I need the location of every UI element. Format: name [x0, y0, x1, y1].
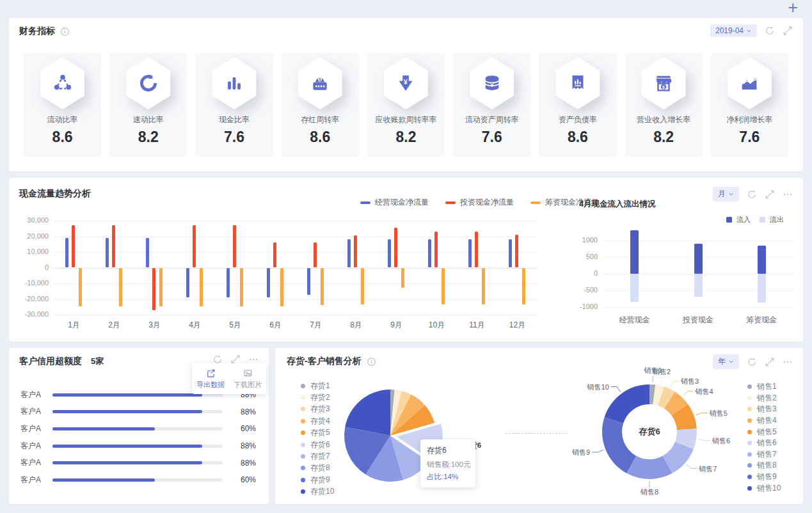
- legend-dot: [747, 463, 752, 468]
- cashflow-bar: [112, 225, 115, 267]
- trend-chart-icon: [724, 57, 774, 109]
- customer-name: 客户A: [20, 390, 47, 400]
- legend-item[interactable]: 经营现金净流量: [360, 197, 429, 208]
- legend-item[interactable]: 销售1: [747, 381, 781, 393]
- legend-item[interactable]: 销售8: [747, 460, 781, 471]
- legend-item[interactable]: 存货1: [301, 380, 334, 391]
- add-widget-button[interactable]: +: [788, 0, 798, 18]
- refresh-icon[interactable]: [747, 357, 757, 367]
- granularity-dropdown[interactable]: 月: [713, 187, 739, 201]
- metric-card: $ 营业收入增长率 8.2: [625, 53, 703, 157]
- donut-callout-label: 销售10: [587, 383, 609, 391]
- cashflow-bar: [240, 268, 243, 306]
- legend-item[interactable]: 存货4: [301, 415, 334, 427]
- more-icon[interactable]: [783, 189, 793, 200]
- legend-item[interactable]: 流出: [760, 215, 784, 225]
- legend-item[interactable]: 销售10: [747, 482, 781, 494]
- refresh-icon[interactable]: [765, 26, 775, 36]
- store-icon: $: [639, 57, 689, 109]
- legend-item[interactable]: 销售7: [747, 449, 781, 461]
- chevron-down-icon: [728, 359, 734, 365]
- metric-value: 8.6: [310, 129, 330, 146]
- legend-item[interactable]: 存货3: [301, 404, 334, 415]
- metric-card: 速动比率 8.2: [109, 53, 187, 157]
- legend-item[interactable]: 销售2: [747, 393, 781, 404]
- inflow-bar: [630, 230, 639, 274]
- legend-dot: [301, 407, 305, 411]
- credit-bar-fill: [52, 393, 202, 397]
- more-icon[interactable]: [783, 357, 793, 367]
- legend-item[interactable]: 销售5: [747, 426, 781, 438]
- legend-item[interactable]: 投资现金净流量: [445, 197, 514, 208]
- legend-item[interactable]: 存货6: [301, 439, 334, 450]
- credit-bar-track: [52, 461, 223, 464]
- cashflow-bar: [280, 268, 283, 306]
- donut-callout-label: 销售4: [695, 388, 713, 395]
- metric-value: 8.6: [52, 129, 73, 146]
- donut-callout-label: 销售7: [698, 465, 717, 473]
- expand-icon[interactable]: [783, 26, 793, 36]
- legend-marker: [726, 217, 732, 223]
- legend-item[interactable]: 存货8: [301, 462, 334, 474]
- credit-bar-fill: [52, 410, 202, 413]
- legend-item[interactable]: 存货2: [301, 391, 334, 403]
- sales-donut-legend: 销售1销售2销售3销售4销售5销售6销售7销售8销售9销售10: [747, 381, 781, 494]
- metric-value: 8.6: [568, 129, 588, 146]
- cashflow-bar: [267, 268, 270, 298]
- svg-text:$: $: [319, 77, 321, 83]
- cashflow-bar: [522, 268, 525, 305]
- svg-text:¥: ¥: [490, 81, 494, 88]
- metric-value: 7.6: [224, 129, 244, 146]
- legend-item[interactable]: 存货7: [301, 450, 334, 462]
- cashflow-bar: [442, 268, 445, 305]
- donut-slice[interactable]: [605, 384, 649, 423]
- legend-dot: [747, 475, 752, 479]
- cashflow-bar: [233, 225, 236, 267]
- inventory-sales-panel: 存货-客户销售分析 年 存货1存货2存货3存货4存货5存货6存货7存货8存货9存…: [275, 348, 803, 504]
- expand-icon[interactable]: [765, 189, 775, 200]
- legend-item[interactable]: 存货5: [301, 427, 334, 439]
- metric-cards-row: 流动比率 8.6 速动比率 8.2 现金比率 7.6$ 存红周转率 8.6¥ 应…: [24, 53, 788, 157]
- cashflow-bar: [72, 225, 75, 267]
- export-data-button[interactable]: 导出数据: [196, 368, 225, 390]
- credit-count: 5家: [91, 356, 104, 367]
- cashflow-bar: [321, 268, 324, 306]
- legend-item[interactable]: 销售6: [747, 438, 781, 449]
- metric-card: ¥ 应收账款周转率率 8.2: [367, 53, 445, 157]
- legend-item[interactable]: 存货9: [301, 474, 334, 485]
- inflow-outflow-legend: 流入流出: [726, 215, 784, 225]
- metric-label: 流动比率: [47, 114, 78, 125]
- inflow-bar: [694, 244, 703, 274]
- period-value: 2019-04: [715, 26, 744, 35]
- legend-dot: [747, 396, 752, 400]
- credit-panel-title: 客户信用超额度: [19, 356, 82, 367]
- info-icon[interactable]: [367, 357, 376, 367]
- cashflow-bar: [106, 238, 109, 268]
- metric-value: 7.6: [482, 129, 502, 146]
- legend-dot: [747, 441, 752, 445]
- cashflow-bar: [401, 268, 404, 288]
- refresh-icon[interactable]: [747, 189, 757, 200]
- donut-slice[interactable]: [602, 417, 636, 473]
- legend-dot: [301, 489, 305, 494]
- credit-row: 客户A 60%: [20, 420, 256, 438]
- info-icon[interactable]: [60, 27, 70, 36]
- legend-dot: [301, 478, 305, 482]
- pie-tooltip: 存货6 销售额:100元 占比:14%: [420, 439, 475, 487]
- cashflow-bar: [388, 239, 391, 267]
- cashflow-bar: [227, 268, 230, 298]
- legend-item[interactable]: 销售9: [747, 471, 781, 483]
- legend-item[interactable]: 流入: [726, 215, 751, 225]
- legend-item[interactable]: 存货10: [301, 486, 334, 498]
- donut-center-label: 存货6: [638, 427, 660, 436]
- download-image-button[interactable]: 下载图片: [234, 368, 262, 390]
- expand-icon[interactable]: [765, 357, 775, 367]
- period-dropdown[interactable]: 2019-04: [710, 24, 757, 37]
- donut-callout-label: 销售6: [712, 437, 730, 445]
- legend-item[interactable]: 销售4: [747, 415, 781, 427]
- legend-item[interactable]: 销售3: [747, 404, 781, 415]
- coin-stack-icon: ¥: [467, 57, 517, 109]
- cashflow-bar: [347, 239, 351, 267]
- cashflow-bar: [509, 239, 512, 267]
- cashflow-bar: [273, 242, 276, 267]
